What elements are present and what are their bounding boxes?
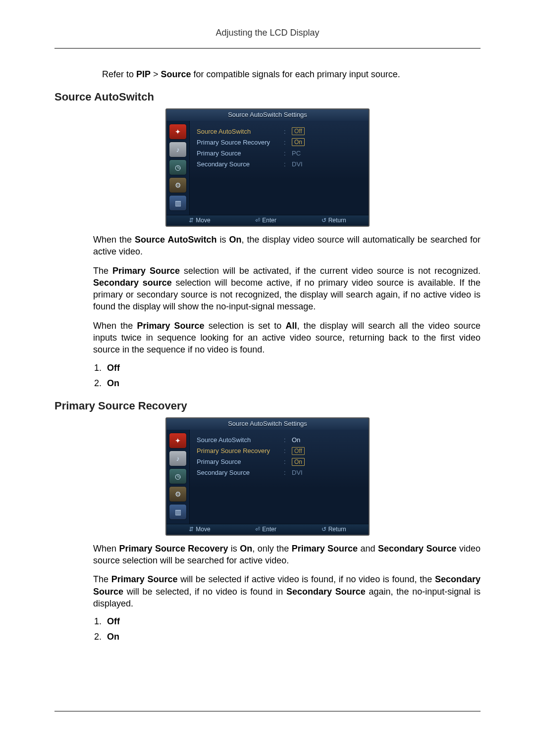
colon: : (284, 150, 289, 157)
text: is (228, 544, 240, 554)
osd-body: ✦ ♪ ◷ ⚙ ▥ Source AutoSwitch : On Primary… (166, 430, 369, 524)
clock-icon[interactable]: ◷ (169, 159, 187, 175)
option-off: Off (107, 616, 120, 626)
osd-row-label: Secondary Source (197, 160, 281, 168)
multi-icon[interactable]: ▥ (169, 195, 187, 211)
osd-body: ✦ ♪ ◷ ⚙ ▥ Source AutoSwitch : Off Primar… (166, 121, 369, 215)
text: is (216, 235, 229, 245)
text: selection is set to (205, 321, 286, 331)
section-heading-primary-source-recovery: Primary Source Recovery (54, 400, 481, 412)
osd-list: Source AutoSwitch : Off Primary Source R… (190, 121, 369, 215)
document-page: Adjusting the LCD Display Refer to PIP >… (0, 0, 535, 756)
term-source-autoswitch: Source AutoSwitch (135, 235, 216, 245)
option-on: On (107, 378, 119, 388)
osd-row-primary-source-recovery[interactable]: Primary Source Recovery : Off (197, 446, 364, 456)
term-secondary-source: Secondary Source (378, 544, 457, 554)
paragraph: When the Source AutoSwitch is On, the di… (93, 234, 481, 258)
text: When the (93, 321, 137, 331)
osd-row-primary-source-recovery[interactable]: Primary Source Recovery : On (197, 137, 364, 148)
picture-icon[interactable]: ✦ (169, 433, 187, 449)
colon: : (284, 160, 289, 168)
term-primary-source: Primary Source (112, 266, 180, 276)
osd-hint-enter: ⏎Enter (255, 217, 276, 224)
move-icon: ⇵ (189, 526, 194, 533)
page-header: Adjusting the LCD Display (54, 28, 481, 41)
osd-row-value: Off (292, 447, 319, 455)
text: Refer to (102, 69, 136, 79)
term-all: All (286, 321, 297, 331)
pip-label: PIP (136, 69, 151, 79)
options-list: Off On (93, 363, 481, 389)
colon: : (284, 139, 289, 146)
source-label: Source (161, 69, 191, 79)
settings-icon[interactable]: ⚙ (169, 486, 187, 502)
osd-row-value: On (292, 138, 319, 146)
osd-row-primary-source[interactable]: Primary Source : On (197, 456, 364, 467)
text: The (93, 266, 112, 276)
colon: : (284, 128, 289, 135)
osd-screenshot-source-autoswitch: Source AutoSwitch Settings ✦ ♪ ◷ ⚙ ▥ Sou… (54, 108, 481, 227)
osd-row-source-autoswitch[interactable]: Source AutoSwitch : On (197, 435, 364, 446)
osd-title: Source AutoSwitch Settings (166, 418, 369, 430)
paragraph: When the Primary Source selection is set… (93, 320, 481, 356)
section-heading-source-autoswitch: Source AutoSwitch (54, 91, 481, 103)
list-item: On (104, 632, 481, 642)
osd-row-label: Primary Source (197, 150, 281, 157)
paragraph: The Primary Source selection will be act… (93, 265, 481, 313)
term-secondary-source: Secondary Source (286, 587, 366, 597)
list-item: On (104, 378, 481, 389)
picture-icon[interactable]: ✦ (169, 124, 187, 140)
label: Move (196, 217, 210, 224)
text: selection will be activated, if the curr… (180, 266, 481, 276)
multi-icon[interactable]: ▥ (169, 504, 187, 520)
return-icon: ↺ (321, 526, 326, 533)
osd-title: Source AutoSwitch Settings (166, 109, 369, 121)
text: , only the (252, 544, 291, 554)
osd-row-label: Primary Source (197, 458, 281, 465)
label: Move (196, 526, 210, 533)
osd-menu: Source AutoSwitch Settings ✦ ♪ ◷ ⚙ ▥ Sou… (165, 108, 370, 227)
sound-icon[interactable]: ♪ (169, 142, 187, 157)
osd-row-label: Source AutoSwitch (197, 128, 281, 135)
osd-screenshot-primary-source-recovery: Source AutoSwitch Settings ✦ ♪ ◷ ⚙ ▥ Sou… (54, 417, 481, 536)
osd-icon-column: ✦ ♪ ◷ ⚙ ▥ (166, 121, 190, 215)
osd-row-source-autoswitch[interactable]: Source AutoSwitch : Off (197, 126, 364, 137)
osd-row-value: On (292, 436, 319, 444)
osd-hint-return: ↺Return (321, 217, 346, 224)
osd-row-primary-source[interactable]: Primary Source : PC (197, 148, 364, 158)
colon: : (284, 469, 289, 476)
label: Return (328, 217, 346, 224)
text: will be selected if active video is foun… (177, 574, 434, 584)
text: will be selected, if no video is found i… (123, 587, 286, 597)
move-icon: ⇵ (189, 217, 194, 224)
text: and (358, 544, 378, 554)
osd-row-label: Source AutoSwitch (197, 436, 281, 444)
paragraph: When Primary Source Recovery is On, only… (93, 543, 481, 567)
settings-icon[interactable]: ⚙ (169, 177, 187, 193)
list-item: Off (104, 616, 481, 627)
osd-row-secondary-source[interactable]: Secondary Source : DVI (197, 467, 364, 478)
label: Enter (262, 526, 276, 533)
text: for compatible signals for each primary … (191, 69, 400, 79)
colon: : (284, 436, 289, 444)
osd-row-label: Primary Source Recovery (197, 447, 281, 454)
text: When the (93, 235, 135, 245)
section2-body: When Primary Source Recovery is On, only… (93, 543, 481, 642)
intro-paragraph: Refer to PIP > Source for compatible sig… (102, 69, 481, 80)
osd-hint-move: ⇵Move (189, 526, 210, 533)
osd-footer: ⇵Move ⏎Enter ↺Return (166, 215, 369, 226)
sound-icon[interactable]: ♪ (169, 451, 187, 466)
osd-row-value: On (292, 458, 319, 466)
option-on: On (107, 632, 119, 642)
clock-icon[interactable]: ◷ (169, 468, 187, 484)
enter-icon: ⏎ (255, 217, 260, 224)
option-off: Off (107, 363, 120, 373)
enter-icon: ⏎ (255, 526, 260, 533)
term-on: On (240, 544, 252, 554)
paragraph: The Primary Source will be selected if a… (93, 573, 481, 609)
term-primary-source-recovery: Primary Source Recovery (119, 544, 228, 554)
osd-selected-value: On (292, 458, 305, 466)
osd-row-secondary-source[interactable]: Secondary Source : DVI (197, 158, 364, 169)
colon: : (284, 458, 289, 465)
term-primary-source: Primary Source (111, 574, 178, 584)
